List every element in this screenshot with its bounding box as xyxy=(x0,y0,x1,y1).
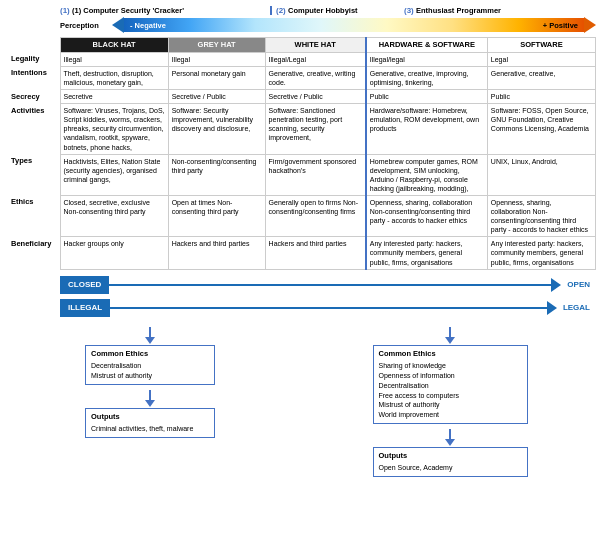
cell-ethics-black: Closed, secretive, exclusive Non-consent… xyxy=(60,195,168,236)
cell-legality-black: Illegal xyxy=(60,52,168,66)
cell-ethics-hwsw: Openness, sharing, collaboration Non-con… xyxy=(366,195,488,236)
perception-row: Perception - Negative + Positive xyxy=(4,17,596,33)
cell-activities-sw: Software: FOSS, Open Source, GNU Foundat… xyxy=(487,104,595,154)
table-row: Intentions Theft, destruction, disruptio… xyxy=(8,66,596,89)
left-ethics-box: Common Ethics Decentralisation Mistrust … xyxy=(85,345,215,385)
arrow-down-left2-icon xyxy=(145,390,155,407)
table-header-row: BLACK HAT GREY HAT WHITE HAT HARDWARE & … xyxy=(8,38,596,53)
left-output-title: Outputs xyxy=(91,412,209,423)
cell-types-hwsw: Homebrew computer games, ROM development… xyxy=(366,154,488,195)
right-ethics-item3: Decentralisation xyxy=(379,381,522,391)
table-row: Types Hacktivists, Elites, Nation State … xyxy=(8,154,596,195)
cell-legality-hwsw: Illegal/legal xyxy=(366,52,488,66)
negative-label: - Negative xyxy=(130,21,166,30)
cell-secrecy-white: Secretive / Public xyxy=(265,90,366,104)
main-container: (1) (1) Computer Security 'Cracker' (2) … xyxy=(0,0,600,483)
section2-title: (2) Computer Hobbyist xyxy=(270,6,400,15)
cell-secrecy-sw: Public xyxy=(487,90,595,104)
cell-beneficiary-sw: Any interested party: hackers, community… xyxy=(487,237,595,269)
table-row: Activities Software: Viruses, Trojans, D… xyxy=(8,104,596,154)
bar-row-illegal: ILLEGAL LEGAL xyxy=(60,299,596,317)
positive-label: + Positive xyxy=(543,21,578,30)
arrow-down-right2-icon xyxy=(445,429,455,446)
row-label-secrecy: Secrecy xyxy=(8,90,60,104)
empty-header xyxy=(8,38,60,53)
bar-row-closed: CLOSED OPEN xyxy=(60,276,596,294)
cell-ethics-white: Generally open to firms Non-consenting/c… xyxy=(265,195,366,236)
row-label-ethics: Ethics xyxy=(8,195,60,236)
cell-secrecy-black: Secretive xyxy=(60,90,168,104)
arrow-open-right-icon xyxy=(551,278,561,292)
right-output-item1: Open Source, Academy xyxy=(379,463,522,473)
spectrum-gradient: - Negative + Positive xyxy=(124,18,584,32)
right-ethics-item2: Openness of information xyxy=(379,371,522,381)
flow-diagram: Common Ethics Decentralisation Mistrust … xyxy=(4,326,596,478)
arrow-down-left-icon xyxy=(145,327,155,344)
arrow-legal-right-icon xyxy=(547,301,557,315)
cell-intentions-black: Theft, destruction, disruption, maliciou… xyxy=(60,66,168,89)
cell-secrecy-hwsw: Public xyxy=(366,90,488,104)
cell-intentions-white: Generative, creative, writing code. xyxy=(265,66,366,89)
closed-label: CLOSED xyxy=(60,276,109,294)
illegal-legal-bar: ILLEGAL LEGAL xyxy=(8,298,596,318)
bar-line-closed xyxy=(109,284,551,286)
left-ethics-item2: Mistrust of authority xyxy=(91,371,209,381)
cell-beneficiary-hwsw: Any interested party: hackers, community… xyxy=(366,237,488,269)
bar-line-illegal xyxy=(110,307,547,309)
section-titles: (1) (1) Computer Security 'Cracker' (2) … xyxy=(4,6,596,15)
row-label-legality: Legality xyxy=(8,52,60,66)
cell-legality-grey: Illegal xyxy=(168,52,265,66)
cell-beneficiary-grey: Hackers and third parties xyxy=(168,237,265,269)
cell-beneficiary-black: Hacker groups only xyxy=(60,237,168,269)
cell-types-sw: UNIX, Linux, Android, xyxy=(487,154,595,195)
flow-left: Common Ethics Decentralisation Mistrust … xyxy=(8,326,300,478)
left-ethics-title: Common Ethics xyxy=(91,349,209,360)
arrow-right-icon xyxy=(584,17,596,33)
perception-label: Perception xyxy=(60,21,112,30)
right-ethics-item5: Mistrust of authority xyxy=(379,400,522,410)
cell-ethics-grey: Open at times Non-consenting third party xyxy=(168,195,265,236)
cell-activities-grey: Software: Security improvement, vulnerab… xyxy=(168,104,265,154)
section3-title: (3) Enthusiast Programmer xyxy=(400,6,596,15)
table-row: Ethics Closed, secretive, exclusive Non-… xyxy=(8,195,596,236)
col-header-black-hat: BLACK HAT xyxy=(60,38,168,53)
cell-secrecy-grey: Secretive / Public xyxy=(168,90,265,104)
cell-intentions-hwsw: Generative, creative, improving, optimis… xyxy=(366,66,488,89)
right-ethics-box: Common Ethics Sharing of knowledge Openn… xyxy=(373,345,528,424)
left-output-item1: Criminal activities, theft, malware xyxy=(91,424,209,434)
row-label-types: Types xyxy=(8,154,60,195)
flow-right: Common Ethics Sharing of knowledge Openn… xyxy=(300,326,592,478)
cell-activities-hwsw: Hardware/software: Homebrew, emulation, … xyxy=(366,104,488,154)
cell-intentions-grey: Personal monetary gain xyxy=(168,66,265,89)
right-ethics-title: Common Ethics xyxy=(379,349,522,360)
row-label-intentions: Intentions xyxy=(8,66,60,89)
right-output-box: Outputs Open Source, Academy xyxy=(373,447,528,477)
cell-beneficiary-white: Hackers and third parties xyxy=(265,237,366,269)
row-label-beneficiary: Beneficiary xyxy=(8,237,60,269)
row-label-activities: Activities xyxy=(8,104,60,154)
right-output-title: Outputs xyxy=(379,451,522,462)
cell-ethics-sw: Openness, sharing, collaboration Non-con… xyxy=(487,195,595,236)
cell-legality-sw: Legal xyxy=(487,52,595,66)
right-ethics-item4: Free access to computers xyxy=(379,391,522,401)
cell-types-white: Firm/government sponsored hackathon's xyxy=(265,154,366,195)
table-row: Secrecy Secretive Secretive / Public Sec… xyxy=(8,90,596,104)
cell-types-grey: Non-consenting/consenting third party xyxy=(168,154,265,195)
cell-intentions-sw: Generative, creative, xyxy=(487,66,595,89)
col-header-grey-hat: GREY HAT xyxy=(168,38,265,53)
legal-label: LEGAL xyxy=(557,303,596,312)
open-label: OPEN xyxy=(561,280,596,289)
left-ethics-item1: Decentralisation xyxy=(91,361,209,371)
cell-activities-black: Software: Viruses, Trojans, DoS, Script … xyxy=(60,104,168,154)
col-header-hw-sw: HARDWARE & SOFTWARE xyxy=(366,38,488,53)
main-table-wrapper: BLACK HAT GREY HAT WHITE HAT HARDWARE & … xyxy=(4,37,596,270)
section1-title: (1) (1) Computer Security 'Cracker' xyxy=(60,6,270,15)
arrow-left-icon xyxy=(112,17,124,33)
status-bars: CLOSED OPEN ILLEGAL LEGAL xyxy=(4,275,596,318)
left-output-box: Outputs Criminal activities, theft, malw… xyxy=(85,408,215,438)
arrow-down-right-icon xyxy=(445,327,455,344)
cell-activities-white: Software: Sanctioned penetration testing… xyxy=(265,104,366,154)
cell-types-black: Hacktivists, Elites, Nation State (secur… xyxy=(60,154,168,195)
table-row: Legality Illegal Illegal Illegal/Legal I… xyxy=(8,52,596,66)
spectrum-bar-container: - Negative + Positive xyxy=(112,17,596,33)
